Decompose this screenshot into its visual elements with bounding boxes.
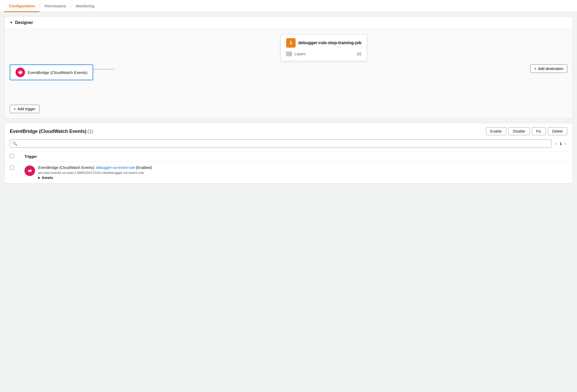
svg-point-5 xyxy=(31,170,31,171)
details-toggle[interactable]: ▶ Details xyxy=(38,176,152,180)
layers-count: (0) xyxy=(357,52,361,56)
trigger-rule-link[interactable]: debugger-cw-event-rule xyxy=(96,165,135,170)
designer-body: λ debugger-rule-stop-training-job Layers… xyxy=(4,29,573,118)
pagination: ‹ 1 › xyxy=(554,141,567,147)
tab-permissions[interactable]: Permissions xyxy=(40,0,71,12)
checkbox-header xyxy=(4,151,19,162)
svg-point-1 xyxy=(19,72,19,72)
layers-label: Layers xyxy=(295,52,306,56)
svg-point-6 xyxy=(29,171,30,172)
tabs-bar: Configuration Permissions Monitoring xyxy=(0,0,577,12)
trigger-box-label: EventBridge (CloudWatch Events) xyxy=(28,70,87,75)
eventbridge-title: EventBridge (CloudWatch Events) xyxy=(10,129,86,134)
eventbridge-row-svg xyxy=(27,168,33,174)
page-number: 1 xyxy=(560,142,562,146)
main-content: ▼ Designer λ debugger-rule-stop-training… xyxy=(0,12,577,188)
trigger-cell: EventBridge (CloudWatch Events): debugge… xyxy=(19,162,573,184)
table-row: EventBridge (CloudWatch Events): debugge… xyxy=(4,162,573,184)
designer-collapse-icon[interactable]: ▼ xyxy=(10,21,13,24)
tab-monitoring[interactable]: Monitoring xyxy=(71,0,99,12)
function-name: debugger-rule-stop-training-job xyxy=(298,41,361,45)
trigger-column-header: Trigger xyxy=(19,151,573,162)
svg-point-3 xyxy=(20,73,21,74)
designer-card: ▼ Designer λ debugger-rule-stop-training… xyxy=(4,16,573,119)
layers-row[interactable]: Layers (0) xyxy=(286,51,361,57)
search-bar-row: 🔍 ‹ 1 › xyxy=(4,139,573,151)
trigger-box[interactable]: EventBridge (CloudWatch Events) xyxy=(10,64,93,80)
eventbridge-title-group: EventBridge (CloudWatch Events) (1) xyxy=(10,129,93,134)
add-destination-plus: + xyxy=(534,67,536,71)
eventbridge-svg xyxy=(17,69,23,75)
search-icon: 🔍 xyxy=(12,141,17,146)
add-trigger-button[interactable]: + Add trigger xyxy=(10,105,39,113)
function-popup-title: λ debugger-rule-stop-training-job xyxy=(286,38,361,48)
disable-button[interactable]: Disable xyxy=(508,127,530,135)
row-checkbox-cell xyxy=(4,162,19,184)
add-destination-label: Add destination xyxy=(538,67,563,71)
function-popup: λ debugger-rule-stop-training-job Layers… xyxy=(281,34,367,61)
trigger-arn: arn:aws:events:us-east-1:688520471316:ru… xyxy=(38,171,152,175)
prev-page-button[interactable]: ‹ xyxy=(554,141,558,147)
enable-button[interactable]: Enable xyxy=(486,127,506,135)
select-all-checkbox[interactable] xyxy=(10,154,14,158)
trigger-row-content: EventBridge (CloudWatch Events): debugge… xyxy=(24,165,567,180)
designer-title: Designer xyxy=(15,20,33,25)
add-trigger-plus: + xyxy=(14,107,16,111)
search-input[interactable] xyxy=(10,139,551,148)
details-arrow-icon: ▶ xyxy=(38,176,40,179)
trigger-row-icon xyxy=(24,165,35,176)
delete-button[interactable]: Delete xyxy=(548,127,567,135)
trigger-info: EventBridge (CloudWatch Events): debugge… xyxy=(38,165,152,180)
add-trigger-label: Add trigger xyxy=(17,107,35,111)
trigger-status: (Enabled) xyxy=(136,165,152,170)
action-buttons-group: Enable Disable Fix Delete xyxy=(486,127,567,135)
search-input-wrapper: 🔍 xyxy=(10,139,551,148)
trigger-name-line: EventBridge (CloudWatch Events): debugge… xyxy=(38,165,152,170)
eventbridge-section-header: EventBridge (CloudWatch Events) (1) Enab… xyxy=(4,123,573,139)
lambda-icon: λ xyxy=(286,38,296,48)
tab-configuration[interactable]: Configuration xyxy=(4,0,39,12)
eventbridge-trigger-icon xyxy=(16,68,25,77)
add-destination-button[interactable]: + Add destination xyxy=(530,64,567,73)
eventbridge-count: (1) xyxy=(87,129,93,134)
fix-button[interactable]: Fix xyxy=(532,127,546,135)
next-page-button[interactable]: › xyxy=(564,141,567,147)
trigger-prefix: EventBridge (CloudWatch Events): xyxy=(38,165,95,170)
svg-point-2 xyxy=(21,72,22,72)
designer-header: ▼ Designer xyxy=(4,17,573,29)
details-label: Details xyxy=(42,176,53,180)
eventbridge-card: EventBridge (CloudWatch Events) (1) Enab… xyxy=(4,123,573,184)
row-checkbox[interactable] xyxy=(10,165,14,170)
triggers-table: Trigger xyxy=(4,151,573,184)
svg-point-4 xyxy=(28,170,29,171)
layers-icon xyxy=(286,52,292,56)
